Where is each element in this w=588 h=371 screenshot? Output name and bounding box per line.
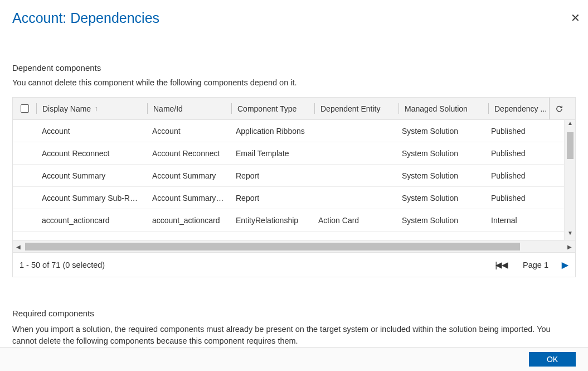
horizontal-scrollbar[interactable]: ◀ ▶ [13,240,575,252]
cell-dependency-type: Published [485,194,546,203]
col-header-display-name[interactable]: Display Name ↑ [37,98,147,119]
cell-managed-solution: System Solution [396,127,485,136]
pager: |◀ ◀ Page 1 ▶ [495,260,568,270]
hscroll-thumb[interactable] [25,243,520,250]
scroll-right-icon[interactable]: ▶ [564,240,575,253]
dialog-title: Account: Dependencies [0,0,588,26]
cell-name-id: account_actioncard [147,216,230,225]
cell-dependent-entity: Action Card [313,216,396,225]
cell-managed-solution: System Solution [396,149,485,158]
cell-managed-solution: System Solution [396,171,485,180]
table-row[interactable]: Account ReconnectAccount ReconnectEmail … [13,142,564,165]
cell-name-id: Account [147,127,230,136]
cell-dependency-type: Internal [485,216,546,225]
cell-dependency-type: Published [485,127,546,136]
refresh-icon [555,104,563,113]
dependent-heading: Dependent components [12,63,576,73]
scroll-up-icon[interactable]: ▲ [565,120,575,130]
required-subtext: When you import a solution, the required… [12,324,576,347]
cell-name-id: Account Summary S... [147,194,230,203]
required-heading: Required components [12,309,576,318]
cell-component-type: Report [230,171,313,180]
close-icon[interactable]: ✕ [571,12,580,23]
scroll-thumb[interactable] [567,132,574,159]
cell-component-type: Application Ribbons [230,127,313,136]
dependent-grid: Display Name ↑ Name/Id Component Type De… [12,97,576,277]
page-number-label: Page 1 [523,261,548,269]
cell-managed-solution: System Solution [396,194,485,203]
refresh-button[interactable] [549,98,569,119]
dialog-footer: OK [0,347,588,371]
cell-component-type: EntityRelationship [230,216,313,225]
select-all-checkbox[interactable] [13,98,36,119]
grid-body: AccountAccountApplication RibbonsSystem … [13,120,575,240]
grid-header: Display Name ↑ Name/Id Component Type De… [13,98,575,120]
col-header-name-id[interactable]: Name/Id [148,98,231,119]
cell-dependency-type: Published [485,149,546,158]
col-header-label: Display Name [42,104,91,113]
table-row-partial[interactable]: account_activity_partiesaccount_activity… [13,232,564,240]
cell-display-name: Account Reconnect [36,149,147,158]
vertical-scrollbar[interactable]: ▲ ▼ [564,120,575,240]
ok-button[interactable]: OK [529,352,576,367]
cell-managed-solution: System Solution [396,216,485,225]
cell-component-type: Email Template [230,149,313,158]
cell-component-type: Report [230,194,313,203]
cell-name-id: Account Reconnect [147,149,230,158]
col-header-dependency-type[interactable]: Dependency ... [489,98,549,119]
table-row[interactable]: account_actioncardaccount_actioncardEnti… [13,209,564,232]
cell-dependency-type: Published [485,171,546,180]
cell-name-id: Account Summary [147,171,230,180]
cell-display-name: Account Summary [36,171,147,180]
cell-display-name: account_actioncard [36,216,147,225]
table-row[interactable]: AccountAccountApplication RibbonsSystem … [13,120,564,142]
next-page-icon[interactable]: ▶ [562,260,568,270]
table-row[interactable]: Account Summary Sub-ReportAccount Summar… [13,187,564,209]
grid-status-text: 1 - 50 of 71 (0 selected) [20,261,105,269]
scroll-left-icon[interactable]: ◀ [13,240,24,253]
col-header-component-type[interactable]: Component Type [232,98,314,119]
sort-ascending-icon: ↑ [94,105,98,113]
table-row[interactable]: Account SummaryAccount SummaryReportSyst… [13,165,564,187]
grid-footer: 1 - 50 of 71 (0 selected) |◀ ◀ Page 1 ▶ [13,252,575,277]
first-page-icon[interactable]: |◀ [495,260,500,270]
cell-display-name: Account [36,127,147,136]
prev-page-icon[interactable]: ◀ [502,260,508,270]
dependent-subtext: You cannot delete this component while t… [12,78,576,87]
col-header-managed-solution[interactable]: Managed Solution [399,98,488,119]
scroll-down-icon[interactable]: ▼ [565,230,575,240]
cell-display-name: Account Summary Sub-Report [36,194,147,203]
col-header-dependent-entity[interactable]: Dependent Entity [315,98,399,119]
